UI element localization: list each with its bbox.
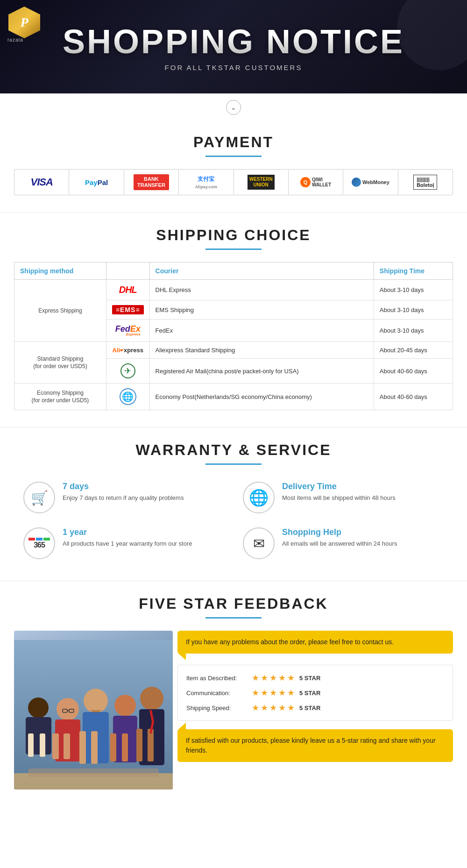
svg-point-12 <box>84 689 108 713</box>
svg-rect-18 <box>110 733 116 761</box>
economy-shipping-time: About 40-60 days <box>374 384 453 410</box>
ali-shipping-time: About 20-45 days <box>374 342 453 359</box>
logo-icon: P <box>8 7 40 38</box>
star-4: ★ <box>278 688 286 698</box>
economy-shipping-label: Economy Shipping(for order under USD5) <box>14 384 106 410</box>
payment-section: PAYMENT VISA PayPal BANKTRANSFER 支付宝Alip… <box>0 120 467 213</box>
paypal-logo: PayPal <box>85 178 108 186</box>
un-logo-cell: 🌐 <box>106 384 149 410</box>
warranty-7days-text: 7 days Enjoy 7 days to return if any qua… <box>63 482 184 503</box>
star-2: ★ <box>261 703 268 713</box>
star-3: ★ <box>269 703 277 713</box>
logo: P <box>8 7 40 38</box>
boleto-logo: |||||||||Boleto| <box>413 175 437 190</box>
warranty-delivery-heading: Delivery Time <box>282 482 396 491</box>
dhl-logo: DHL <box>119 285 137 295</box>
globe-icon: 🌐 <box>243 482 275 513</box>
rating-badge-shipping: 5 STAR <box>299 704 320 711</box>
ems-courier-name: EMS Shipping <box>149 300 374 320</box>
pay-paypal: PayPal <box>69 170 124 194</box>
warranty-item-7days: 🛒 7 days Enjoy 7 days to return if any q… <box>23 482 224 513</box>
dhl-courier-name: DHL Express <box>149 280 374 300</box>
svg-rect-3 <box>28 733 34 757</box>
col-time: Shipping Time <box>374 263 453 280</box>
dhl-shipping-time: About 3-10 days <box>374 280 453 300</box>
star-3: ★ <box>269 673 277 683</box>
chevron-down-icon: ⌄ <box>226 100 241 115</box>
table-row: Express Shipping DHL DHL Express About 3… <box>14 280 453 300</box>
rating-row-communication: Communication: ★ ★ ★ ★ ★ 5 STAR <box>186 688 444 698</box>
warranty-item-delivery: 🌐 Delivery Time Most items will be shipp… <box>243 482 444 513</box>
economy-courier-name: Economy Post(Netherlands/SG economy/Chin… <box>149 384 374 410</box>
warranty-1year-heading: 1 year <box>63 527 192 537</box>
ems-shipping-time: About 3-10 days <box>374 300 453 320</box>
ratings-box: Item as Described: ★ ★ ★ ★ ★ 5 STAR Comm… <box>177 665 453 721</box>
pay-visa: VISA <box>14 170 69 194</box>
warranty-7days-heading: 7 days <box>63 482 184 491</box>
warranty-help-heading: Shopping Help <box>282 527 397 537</box>
top-speech-bubble: If you have any problems about the order… <box>177 631 453 654</box>
shipping-title: SHIPPING CHOICE <box>14 227 453 244</box>
header-section: P razata SHOPPING NOTICE FOR ALL TKSTAR … <box>0 0 467 93</box>
payment-logos-row: VISA PayPal BANKTRANSFER 支付宝Alipay.com W… <box>14 169 453 195</box>
fedex-courier-name: FedEx <box>149 320 374 342</box>
svg-point-16 <box>114 695 136 716</box>
star-1: ★ <box>252 688 259 698</box>
text-365: 365 <box>34 541 45 549</box>
blue-seg <box>36 538 42 541</box>
warranty-delivery-desc: Most items will be shipped within 48 hou… <box>282 493 396 503</box>
mail-icon: ✉ <box>243 527 275 559</box>
warranty-section: WARRANTY & SERVICE 🛒 7 days Enjoy 7 days… <box>0 427 467 581</box>
calendar-365-icon: 365 <box>23 527 55 559</box>
chinapost-courier-name: Registered Air Mail(china post/e packet-… <box>149 359 374 384</box>
visa-logo: VISA <box>31 176 53 188</box>
svg-rect-14 <box>79 731 86 764</box>
stars-described: ★ ★ ★ ★ ★ <box>252 673 295 683</box>
pay-western-union: WESTERNUNION <box>234 170 289 194</box>
webmoney-logo: WebMoney <box>352 178 389 187</box>
standard-shipping-label: Standard Shipping(for order over USD5) <box>14 342 106 384</box>
star-2: ★ <box>261 688 268 698</box>
warranty-title: WARRANTY & SERVICE <box>14 441 453 459</box>
warranty-help-text: Shopping Help All emails will be answere… <box>282 527 397 548</box>
cart-icon: 🛒 <box>23 482 55 513</box>
aliexpress-logo: Ali☛xpress <box>112 347 143 354</box>
header-title: SHOPPING NOTICE <box>63 22 404 61</box>
svg-rect-23 <box>148 729 154 761</box>
bank-transfer-logo: BANKTRANSFER <box>134 174 169 190</box>
feedback-content: If you have any problems about the order… <box>14 631 453 790</box>
feedback-section: FIVE STAR FEEDBACK <box>0 581 467 808</box>
chinapost-shipping-time: About 40-60 days <box>374 359 453 384</box>
warranty-1year-desc: All products have 1 year warranty form o… <box>63 539 192 548</box>
fedex-shipping-time: About 3-10 days <box>374 320 453 342</box>
star-3: ★ <box>269 688 277 698</box>
alipay-logo: 支付宝Alipay.com <box>195 175 217 190</box>
stars-communication: ★ ★ ★ ★ ★ <box>252 688 295 698</box>
svg-rect-15 <box>91 731 98 764</box>
shipping-section: SHIPPING CHOICE Shipping method Courier … <box>0 213 467 427</box>
warranty-item-help: ✉ Shopping Help All emails will be answe… <box>243 527 444 559</box>
feedback-title: FIVE STAR FEEDBACK <box>14 595 453 612</box>
bubble-tail <box>177 653 186 660</box>
fedex-logo: FedEx Express <box>115 324 141 336</box>
warranty-help-desc: All emails will be answered within 24 ho… <box>282 539 397 548</box>
stars-shipping: ★ ★ ★ ★ ★ <box>252 703 295 713</box>
shipping-underline <box>205 249 262 250</box>
chevron-divider: ⌄ <box>0 93 467 120</box>
feedback-people-image <box>14 631 177 790</box>
star-2: ★ <box>261 673 268 683</box>
rating-label-communication: Communication: <box>186 690 252 697</box>
pay-alipay: 支付宝Alipay.com <box>179 170 234 194</box>
svg-rect-4 <box>40 733 45 757</box>
svg-rect-7 <box>52 733 59 759</box>
star-5: ★ <box>287 673 295 683</box>
star-1: ★ <box>252 673 259 683</box>
star-1: ★ <box>252 703 259 713</box>
people-svg <box>14 640 173 790</box>
warranty-1year-text: 1 year All products have 1 year warranty… <box>63 527 192 548</box>
rating-badge-described: 5 STAR <box>299 675 320 682</box>
color-bar <box>28 538 50 541</box>
bottom-speech-bubble: If satisfied with our products, please k… <box>177 729 453 762</box>
people-photo <box>14 631 173 790</box>
svg-point-1 <box>28 697 49 718</box>
